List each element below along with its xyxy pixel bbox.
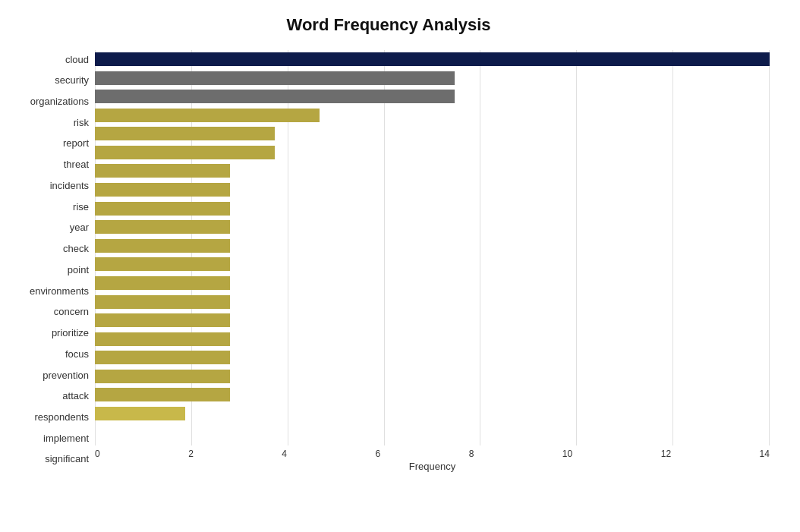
bar [95, 52, 770, 66]
bar-row [95, 124, 770, 143]
y-axis-label: environments [30, 282, 89, 300]
bar [95, 71, 455, 85]
x-tick: 10 [562, 449, 572, 459]
bar-row [95, 274, 770, 292]
y-axis-label: prioritize [52, 324, 89, 342]
y-axis-label: focus [65, 345, 89, 363]
bar [95, 90, 455, 103]
y-axis-label: point [68, 260, 89, 279]
bar [95, 257, 230, 271]
y-axis-label: attack [62, 387, 89, 405]
y-axis: cloudsecurityorganizationsriskreportthre… [8, 50, 95, 468]
bars-container [95, 50, 770, 445]
bar-row [95, 50, 770, 68]
bar-row [95, 106, 770, 124]
bar [95, 164, 230, 178]
chart-title: Word Frequency Analysis [8, 15, 770, 35]
x-axis-label: Frequency [95, 461, 770, 472]
x-tick: 6 [376, 449, 381, 459]
bar [95, 239, 230, 253]
bar [95, 109, 320, 122]
y-axis-label: year [70, 219, 89, 237]
bar [95, 388, 230, 401]
bar-row [95, 87, 770, 105]
y-axis-label: threat [64, 156, 89, 174]
x-ticks: 02468101214 [95, 445, 770, 459]
y-axis-label: organizations [30, 92, 89, 110]
bar-row [95, 348, 770, 367]
y-axis-label: significant [45, 450, 89, 468]
chart-container: Word Frequency Analysis cloudsecurityorg… [0, 0, 800, 532]
y-axis-label: cloud [65, 50, 89, 68]
bar [95, 146, 275, 159]
bar [95, 407, 185, 420]
bar-row [95, 330, 770, 348]
bar [95, 313, 230, 327]
y-axis-label: concern [54, 303, 89, 321]
bar [95, 351, 230, 364]
y-axis-label: report [63, 134, 89, 153]
y-axis-label: incidents [50, 176, 89, 194]
bar-row [95, 200, 770, 218]
x-tick: 0 [95, 449, 100, 459]
bar [95, 127, 275, 140]
bar-row [95, 405, 770, 423]
bar [95, 202, 230, 216]
y-axis-label: risk [74, 113, 89, 131]
bar-row [95, 218, 770, 236]
y-axis-label: security [55, 71, 89, 90]
bar-row [95, 386, 770, 404]
bar [95, 370, 230, 383]
bars-wrapper: 02468101214 Frequency [95, 50, 770, 468]
chart-body: cloudsecurityorganizationsriskreportthre… [8, 50, 770, 468]
y-axis-label: rise [73, 197, 89, 216]
bar-row [95, 255, 770, 273]
bar-row [95, 311, 770, 329]
bar-row [95, 69, 770, 87]
bar-row [95, 237, 770, 255]
bar-row [95, 162, 770, 180]
bar [95, 220, 230, 234]
x-tick: 4 [282, 449, 287, 459]
y-axis-label: respondents [34, 408, 89, 426]
x-tick: 8 [469, 449, 474, 459]
bar [95, 183, 230, 197]
bar-row [95, 367, 770, 386]
bar [95, 332, 230, 346]
x-tick: 2 [188, 449, 194, 459]
x-axis-container: 02468101214 Frequency [95, 445, 770, 468]
x-tick: 12 [661, 449, 671, 459]
y-axis-label: check [63, 240, 89, 258]
bar [95, 276, 230, 290]
bar [95, 295, 230, 309]
bar-row [95, 143, 770, 162]
y-axis-label: implement [43, 429, 89, 447]
bar-row [95, 181, 770, 199]
bar-row [95, 293, 770, 311]
y-axis-label: prevention [43, 366, 89, 384]
x-tick: 14 [760, 449, 770, 459]
